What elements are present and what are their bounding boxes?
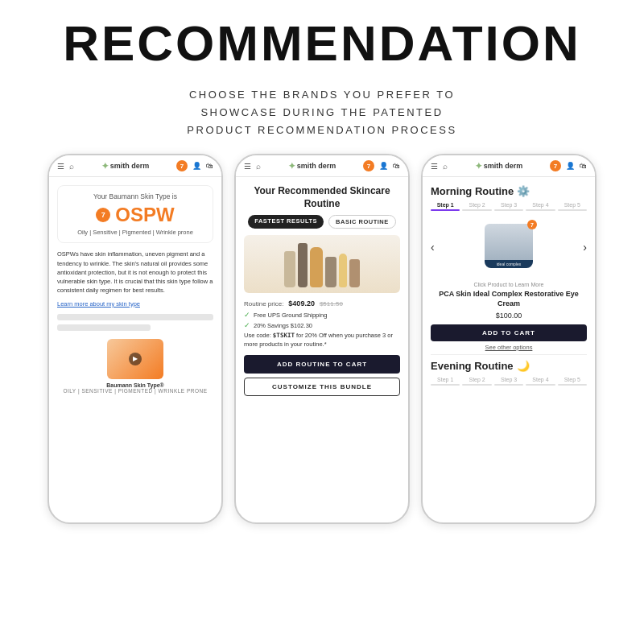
click-product-label: Click Product to Learn More — [431, 282, 587, 287]
product-image: 7 ideal complex — [485, 224, 533, 268]
cart-icon[interactable]: 🛍 — [393, 162, 400, 170]
evening-step-2[interactable]: Step 2 — [462, 377, 491, 386]
menu-icon[interactable]: ☰ — [244, 162, 251, 171]
evening-step-5[interactable]: Step 5 — [558, 377, 587, 386]
savings-label: 20% Savings $102.30 — [254, 322, 312, 329]
see-options-link[interactable]: See other options — [431, 344, 587, 351]
check-icon-2: ✓ — [244, 321, 250, 329]
step-3[interactable]: Step 3 — [494, 202, 523, 211]
evening-routine-title: Evening Routine 🌙 — [431, 360, 587, 372]
skin-type-box: Your Baumann Skin Type is 7 OSPW Oily | … — [57, 185, 213, 243]
price-label: Routine price: — [244, 300, 283, 308]
evening-routine-section: Evening Routine 🌙 Step 1 Step 2 Step 3 S… — [431, 354, 587, 386]
video-thumbnail[interactable]: ▶ — [107, 339, 163, 379]
ospw-badge: 7 — [96, 208, 110, 222]
product-price: $100.00 — [431, 312, 587, 320]
bottle-2 — [298, 243, 308, 287]
page-title: RECOMMENDATION — [16, 14, 628, 72]
cart-icon[interactable]: 🛍 — [206, 162, 213, 170]
evening-emoji: 🌙 — [517, 360, 530, 372]
tab-fastest-results[interactable]: FASTEST RESULTS — [248, 215, 324, 229]
bottle-1 — [284, 251, 295, 287]
cream-label: ideal complex — [485, 260, 533, 268]
bottle-6 — [349, 259, 360, 287]
phone-3: ☰ ⌕ ✦ smith derm 7 👤 🛍 Morning Routine ⚙… — [421, 154, 597, 524]
bottle-5 — [339, 254, 347, 287]
phone-2-content: Your Recommended Skincare Routine FASTES… — [236, 177, 408, 515]
step-4[interactable]: Step 4 — [526, 202, 555, 211]
step-2[interactable]: Step 2 — [462, 202, 491, 211]
product-badge: 7 — [527, 220, 537, 229]
customize-bundle-button[interactable]: CUSTOMIZE THIS BUNDLE — [244, 378, 400, 396]
phone-3-content: Morning Routine ⚙️ Step 1 Step 2 Step 3 — [423, 177, 595, 515]
search-icon[interactable]: ⌕ — [443, 162, 448, 171]
tab-basic-routine[interactable]: BASIC ROUTINE — [328, 215, 396, 229]
video-label: Baumann Skin Type® — [57, 382, 213, 388]
products-image — [244, 235, 400, 293]
eye-cream-container: 7 ideal complex — [431, 217, 587, 277]
savings-check: ✓ 20% Savings $102.30 — [244, 321, 400, 329]
badge: 7 — [176, 160, 188, 171]
shipping-check: ✓ Free UPS Ground Shipping — [244, 311, 400, 319]
user-icon[interactable]: 👤 — [379, 162, 388, 170]
routine-header: Your Recommended Skincare Routine — [244, 185, 400, 210]
logo-leaf: ✦ — [288, 161, 295, 171]
check-icon-1: ✓ — [244, 311, 250, 319]
price-row: Routine price: $409.20 $511.50 — [244, 299, 400, 308]
morning-emoji: ⚙️ — [517, 185, 530, 197]
skin-traits: Oily | Sensitive | Pigmented | Wrinkle p… — [61, 229, 209, 236]
video-sublabel: OILY | SENSITIVE | PIGMENTED | WRINKLE P… — [57, 388, 213, 394]
play-button[interactable]: ▶ — [129, 353, 142, 365]
step-5[interactable]: Step 5 — [558, 202, 587, 211]
shipping-label: Free UPS Ground Shipping — [254, 312, 327, 319]
logo-leaf: ✦ — [475, 161, 482, 171]
carousel-prev-button[interactable]: ‹ — [431, 241, 435, 254]
evening-step-1[interactable]: Step 1 — [431, 377, 460, 386]
steps-bar: Step 1 Step 2 Step 3 Step 4 Step 5 — [431, 202, 587, 211]
badge: 7 — [550, 160, 561, 171]
logo-text: smith derm — [297, 162, 336, 170]
bottle-3 — [310, 247, 323, 287]
phone-1: ☰ ⌕ ✦ smith derm 7 👤 🛍 Your Baumann Skin… — [47, 154, 223, 524]
evening-step-3[interactable]: Step 3 — [494, 377, 523, 386]
skin-description: OSPWs have skin inflammation, uneven pig… — [57, 250, 213, 295]
ospw-text: OSPW — [115, 204, 174, 226]
search-icon[interactable]: ⌕ — [69, 162, 74, 171]
phone-1-navbar: ☰ ⌕ ✦ smith derm 7 👤 🛍 — [49, 155, 221, 177]
badge: 7 — [363, 160, 374, 171]
page-header: RECOMMENDATION CHOOSE THE BRANDS YOU PRE… — [0, 0, 644, 139]
evening-steps-bar: Step 1 Step 2 Step 3 Step 4 Step 5 — [431, 377, 587, 386]
product-carousel: ‹ 7 ideal complex › — [431, 217, 587, 277]
gray-bar-2 — [57, 324, 151, 331]
morning-routine-title: Morning Routine ⚙️ — [431, 185, 587, 197]
carousel-next-button[interactable]: › — [583, 241, 587, 254]
cart-icon[interactable]: 🛍 — [580, 162, 587, 170]
logo-text: smith derm — [110, 162, 150, 170]
menu-icon[interactable]: ☰ — [431, 162, 438, 171]
menu-icon[interactable]: ☰ — [57, 162, 64, 171]
phone-3-navbar: ☰ ⌕ ✦ smith derm 7 👤 🛍 — [423, 155, 595, 177]
phone-2: ☰ ⌕ ✦ smith derm 7 👤 🛍 Your Recommended … — [234, 154, 410, 524]
product-name: PCA Skin Ideal Complex Restorative Eye C… — [431, 290, 587, 308]
page-subtitle: CHOOSE THE BRANDS YOU PREFER TO SHOWCASE… — [0, 86, 644, 139]
phone-1-content: Your Baumann Skin Type is 7 OSPW Oily | … — [49, 177, 221, 515]
routine-tabs: FASTEST RESULTS BASIC ROUTINE — [244, 215, 400, 229]
price-new: $409.20 — [288, 299, 315, 308]
evening-step-4[interactable]: Step 4 — [526, 377, 555, 386]
price-old: $511.50 — [320, 300, 343, 308]
promo-code: $TSKIT — [273, 332, 295, 339]
phone-2-navbar: ☰ ⌕ ✦ smith derm 7 👤 🛍 — [236, 155, 408, 177]
user-icon[interactable]: 👤 — [192, 162, 201, 170]
logo-leaf: ✦ — [101, 161, 109, 171]
bottle-4 — [325, 257, 336, 287]
promo-text: Use code: $TSKIT for 20% Off when you pu… — [244, 332, 400, 349]
gray-bar-1 — [57, 314, 213, 320]
add-routine-to-cart-button[interactable]: ADD ROUTINE TO CART — [244, 355, 400, 374]
step-1[interactable]: Step 1 — [431, 202, 460, 211]
user-icon[interactable]: 👤 — [566, 162, 575, 170]
add-to-cart-button[interactable]: ADD TO CART — [431, 324, 587, 341]
phones-container: ☰ ⌕ ✦ smith derm 7 👤 🛍 Your Baumann Skin… — [0, 154, 644, 524]
learn-more-link[interactable]: Learn more about my skin type — [57, 300, 213, 308]
logo-text: smith derm — [484, 162, 523, 170]
search-icon[interactable]: ⌕ — [256, 162, 261, 171]
